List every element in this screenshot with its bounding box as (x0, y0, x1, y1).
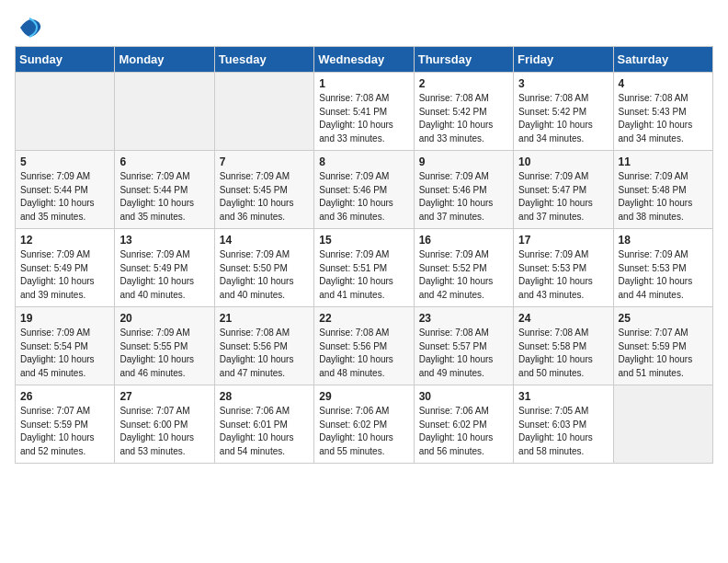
col-monday: Monday (115, 47, 214, 73)
day-number: 30 (419, 390, 508, 403)
sunrise-label: Sunrise: 7:08 AM (619, 93, 688, 103)
daylight-label: Daylight: 10 hours and 37 minutes. (518, 198, 593, 222)
sunrise-label: Sunrise: 7:08 AM (518, 327, 588, 338)
table-row: 20 Sunrise: 7:09 AM Sunset: 5:55 PM Dayl… (115, 307, 214, 385)
day-number: 14 (220, 234, 309, 247)
table-row: 3 Sunrise: 7:08 AM Sunset: 5:42 PM Dayli… (514, 73, 613, 151)
sunset-label: Sunset: 5:49 PM (119, 263, 188, 273)
sunset-label: Sunset: 5:53 PM (619, 263, 687, 273)
sunrise-label: Sunrise: 7:06 AM (220, 406, 290, 416)
day-info: Sunrise: 7:09 AM Sunset: 5:52 PM Dayligh… (419, 248, 508, 302)
day-number: 4 (619, 77, 708, 90)
daylight-label: Daylight: 10 hours and 44 minutes. (619, 276, 693, 300)
table-row: 2 Sunrise: 7:08 AM Sunset: 5:42 PM Dayli… (414, 73, 513, 151)
day-info: Sunrise: 7:08 AM Sunset: 5:41 PM Dayligh… (319, 92, 408, 145)
day-info: Sunrise: 7:08 AM Sunset: 5:58 PM Dayligh… (518, 327, 608, 380)
day-info: Sunrise: 7:06 AM Sunset: 6:02 PM Dayligh… (419, 405, 508, 458)
daylight-label: Daylight: 10 hours and 47 minutes. (220, 354, 294, 378)
day-number: 16 (419, 234, 508, 247)
table-row: 30 Sunrise: 7:06 AM Sunset: 6:02 PM Dayl… (414, 385, 513, 464)
sunrise-label: Sunrise: 7:09 AM (619, 171, 688, 181)
sunrise-label: Sunrise: 7:09 AM (319, 249, 389, 259)
sunset-label: Sunset: 5:56 PM (220, 341, 288, 351)
daylight-label: Daylight: 10 hours and 40 minutes. (220, 276, 294, 300)
table-row: 15 Sunrise: 7:09 AM Sunset: 5:51 PM Dayl… (314, 229, 414, 307)
day-info: Sunrise: 7:09 AM Sunset: 5:49 PM Dayligh… (119, 248, 209, 302)
day-number: 2 (419, 77, 508, 90)
sunrise-label: Sunrise: 7:06 AM (319, 406, 389, 416)
sunset-label: Sunset: 5:53 PM (518, 263, 586, 273)
daylight-label: Daylight: 10 hours and 41 minutes. (319, 276, 393, 300)
sunrise-label: Sunrise: 7:09 AM (619, 249, 688, 259)
day-number: 20 (119, 312, 209, 325)
table-row (613, 385, 712, 464)
day-info: Sunrise: 7:08 AM Sunset: 5:43 PM Dayligh… (619, 92, 708, 145)
day-number: 5 (20, 155, 109, 168)
day-info: Sunrise: 7:09 AM Sunset: 5:46 PM Dayligh… (319, 170, 408, 224)
table-row (214, 73, 313, 151)
day-number: 24 (518, 312, 608, 325)
table-row: 13 Sunrise: 7:09 AM Sunset: 5:49 PM Dayl… (115, 229, 214, 307)
table-row: 11 Sunrise: 7:09 AM Sunset: 5:48 PM Dayl… (613, 151, 712, 229)
sunrise-label: Sunrise: 7:09 AM (20, 249, 90, 259)
calendar-week-row: 5 Sunrise: 7:09 AM Sunset: 5:44 PM Dayli… (16, 151, 713, 229)
sunset-label: Sunset: 5:41 PM (319, 107, 387, 117)
table-row: 16 Sunrise: 7:09 AM Sunset: 5:52 PM Dayl… (414, 229, 513, 307)
sunset-label: Sunset: 6:01 PM (220, 419, 288, 430)
day-info: Sunrise: 7:09 AM Sunset: 5:53 PM Dayligh… (619, 248, 708, 302)
day-info: Sunrise: 7:08 AM Sunset: 5:42 PM Dayligh… (419, 92, 508, 145)
col-saturday: Saturday (613, 47, 712, 73)
sunrise-label: Sunrise: 7:08 AM (319, 327, 389, 338)
day-number: 28 (220, 390, 309, 403)
sunrise-label: Sunrise: 7:09 AM (20, 171, 90, 181)
day-info: Sunrise: 7:09 AM Sunset: 5:44 PM Dayligh… (20, 170, 109, 224)
day-number: 19 (20, 312, 109, 325)
table-row (115, 73, 214, 151)
sunrise-label: Sunrise: 7:09 AM (20, 327, 90, 338)
day-info: Sunrise: 7:08 AM Sunset: 5:57 PM Dayligh… (419, 327, 508, 380)
day-info: Sunrise: 7:09 AM Sunset: 5:54 PM Dayligh… (20, 327, 109, 380)
sunset-label: Sunset: 5:55 PM (119, 341, 188, 351)
day-info: Sunrise: 7:09 AM Sunset: 5:48 PM Dayligh… (619, 170, 708, 224)
table-row: 26 Sunrise: 7:07 AM Sunset: 5:59 PM Dayl… (16, 385, 115, 464)
sunset-label: Sunset: 6:00 PM (119, 419, 188, 430)
day-number: 15 (319, 234, 408, 247)
col-sunday: Sunday (16, 47, 115, 73)
table-row: 5 Sunrise: 7:09 AM Sunset: 5:44 PM Dayli… (16, 151, 115, 229)
table-row: 23 Sunrise: 7:08 AM Sunset: 5:57 PM Dayl… (414, 307, 513, 385)
daylight-label: Daylight: 10 hours and 58 minutes. (518, 432, 593, 456)
day-number: 31 (518, 390, 608, 403)
day-number: 22 (319, 312, 408, 325)
daylight-label: Daylight: 10 hours and 46 minutes. (119, 354, 194, 378)
daylight-label: Daylight: 10 hours and 36 minutes. (319, 198, 393, 222)
sunrise-label: Sunrise: 7:08 AM (419, 93, 489, 103)
sunrise-label: Sunrise: 7:09 AM (419, 249, 489, 259)
day-info: Sunrise: 7:09 AM Sunset: 5:50 PM Dayligh… (220, 248, 309, 302)
sunset-label: Sunset: 6:03 PM (518, 419, 586, 430)
sunset-label: Sunset: 5:44 PM (20, 185, 88, 195)
table-row: 19 Sunrise: 7:09 AM Sunset: 5:54 PM Dayl… (16, 307, 115, 385)
calendar-header-row: Sunday Monday Tuesday Wednesday Thursday… (16, 47, 713, 73)
day-number: 7 (220, 155, 309, 168)
day-info: Sunrise: 7:08 AM Sunset: 5:42 PM Dayligh… (518, 92, 608, 145)
day-number: 17 (518, 234, 608, 247)
sunset-label: Sunset: 5:45 PM (220, 185, 288, 195)
daylight-label: Daylight: 10 hours and 33 minutes. (419, 120, 494, 144)
table-row: 4 Sunrise: 7:08 AM Sunset: 5:43 PM Dayli… (613, 73, 712, 151)
day-info: Sunrise: 7:09 AM Sunset: 5:55 PM Dayligh… (119, 327, 209, 380)
table-row: 12 Sunrise: 7:09 AM Sunset: 5:49 PM Dayl… (16, 229, 115, 307)
table-row: 14 Sunrise: 7:09 AM Sunset: 5:50 PM Dayl… (214, 229, 313, 307)
sunrise-label: Sunrise: 7:08 AM (220, 327, 290, 338)
daylight-label: Daylight: 10 hours and 48 minutes. (319, 354, 393, 378)
sunrise-label: Sunrise: 7:09 AM (518, 171, 588, 181)
sunrise-label: Sunrise: 7:08 AM (319, 93, 389, 103)
sunset-label: Sunset: 5:42 PM (419, 107, 487, 117)
table-row: 28 Sunrise: 7:06 AM Sunset: 6:01 PM Dayl… (214, 385, 313, 464)
sunrise-label: Sunrise: 7:07 AM (20, 406, 90, 416)
sunrise-label: Sunrise: 7:08 AM (518, 93, 588, 103)
sunrise-label: Sunrise: 7:07 AM (619, 327, 688, 338)
sunrise-label: Sunrise: 7:09 AM (419, 171, 489, 181)
calendar-table: Sunday Monday Tuesday Wednesday Thursday… (15, 46, 713, 464)
daylight-label: Daylight: 10 hours and 37 minutes. (419, 198, 494, 222)
table-row: 24 Sunrise: 7:08 AM Sunset: 5:58 PM Dayl… (514, 307, 613, 385)
